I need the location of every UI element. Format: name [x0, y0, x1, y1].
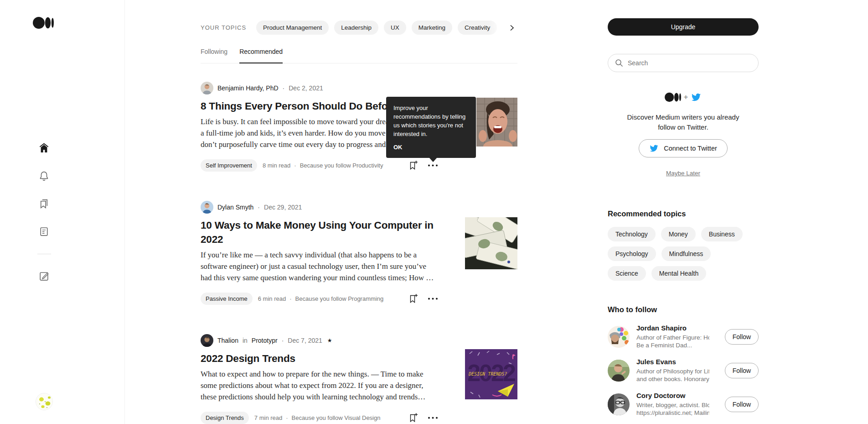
author-date-separator: · — [258, 204, 260, 211]
topics-bar: YOUR TOPICS Product Management Leadershi… — [201, 20, 517, 36]
follow-button-cory-doctorow[interactable]: Follow — [725, 397, 759, 412]
article-1-thumbnail[interactable] — [476, 98, 517, 147]
article-meta: 7 min read · Because you follow Visual D… — [254, 414, 381, 421]
article-2-excerpt[interactable]: If you’re like me — a tech savvy individ… — [201, 249, 470, 283]
stories-icon[interactable] — [38, 226, 50, 238]
article-topic-pill[interactable]: Passive Income — [201, 293, 253, 305]
person-name[interactable]: Jordan Shapiro — [636, 324, 719, 332]
article-2-title[interactable]: 10 Ways to Make Money Using Your Compute… — [201, 218, 470, 246]
bookmark-add-icon[interactable] — [408, 293, 419, 304]
bookmark-add-icon[interactable] — [408, 412, 419, 424]
excerpt-line: If you’re like me — a tech savvy individ… — [201, 249, 470, 261]
excerpt-line: some predictions about what to expect fr… — [201, 380, 470, 391]
user-avatar[interactable] — [36, 393, 53, 410]
recommendation-reason: Because you follow Visual Design — [292, 414, 381, 421]
article-1-author-row[interactable]: Benjamin Hardy, PhD · Dec 2, 2021 — [201, 82, 517, 94]
home-icon[interactable] — [38, 142, 50, 154]
plus-sign: + — [684, 93, 688, 102]
read-time: 8 min read — [263, 162, 290, 169]
bio-line: and other books. Honorary... — [636, 375, 709, 383]
recommendations-tooltip: Improve your recommendations by telling … — [386, 97, 476, 158]
person-bio: Writer, blogger, activist. Blog: https:/… — [636, 401, 719, 417]
rec-topic-mental-health[interactable]: Mental Health — [651, 266, 706, 281]
member-only-star-icon: ★ — [327, 337, 332, 344]
recommended-topics-pills: Technology Money Business Psychology Min… — [608, 227, 744, 281]
article-2-thumbnail[interactable] — [465, 217, 517, 269]
article-date: Dec 2, 2021 — [289, 84, 323, 92]
tab-recommended[interactable]: Recommended — [239, 48, 283, 63]
rec-topic-business[interactable]: Business — [701, 227, 743, 241]
maybe-later-link[interactable]: Maybe Later — [666, 170, 700, 177]
promo-headline: Discover Medium writers you already foll… — [608, 112, 759, 132]
follow-row-jordan-shapiro: Jordan Shapiro Author of Father Figure: … — [608, 324, 759, 349]
main-feed: YOUR TOPICS Product Management Leadershi… — [201, 0, 517, 424]
recommended-topics-section: Recommended topics Technology Money Busi… — [608, 209, 759, 281]
medium-app: YOUR TOPICS Product Management Leadershi… — [0, 0, 868, 424]
article-3-author-row[interactable]: Thalion in Prototypr · Dec 7, 2021 ★ — [201, 334, 517, 347]
search-input[interactable] — [628, 59, 752, 67]
more-options-icon[interactable] — [427, 163, 439, 168]
chevron-right-icon[interactable] — [504, 20, 520, 36]
bookmarks-icon[interactable] — [38, 198, 50, 210]
headline-line: follow on Twitter. — [608, 122, 759, 132]
topics-scroll-fade — [488, 18, 520, 38]
author-avatar — [201, 82, 213, 94]
avatar-jordan-shapiro[interactable] — [608, 326, 630, 348]
article-2-author-row[interactable]: Dylan Smyth · Dec 29, 2021 — [201, 201, 517, 214]
rec-topic-science[interactable]: Science — [608, 266, 646, 281]
article-topic-pill[interactable]: Self Improvement — [201, 159, 257, 172]
topic-pill-product-management[interactable]: Product Management — [256, 21, 329, 35]
person-bio: Author of Father Figure: How to Be a Fem… — [636, 334, 719, 349]
right-sidebar: Upgrade + — [608, 0, 759, 424]
rec-topic-mindfulness[interactable]: Mindfulness — [661, 246, 711, 261]
avatar-cory-doctorow[interactable] — [608, 393, 630, 415]
tab-following[interactable]: Following — [201, 48, 227, 63]
tooltip-ok-button[interactable]: OK — [393, 143, 469, 152]
more-options-icon[interactable] — [427, 416, 439, 420]
topic-pill-leadership[interactable]: Leadership — [334, 21, 378, 35]
write-icon[interactable] — [38, 270, 50, 282]
follow-row-cory-doctorow: Cory Doctorow Writer, blogger, activist.… — [608, 392, 759, 417]
avatar-jules-evans[interactable] — [608, 360, 630, 382]
article-3-excerpt[interactable]: What to expect and how to prepare for th… — [201, 368, 470, 403]
bio-line: Author of Father Figure: How to — [636, 334, 709, 341]
bio-line: Author of Philosophy for Life — [636, 367, 709, 375]
sidebar-divider — [37, 254, 51, 254]
title-line: 10 Ways to Make Money Using Your Compute… — [201, 218, 470, 232]
rec-topic-technology[interactable]: Technology — [608, 227, 656, 241]
excerpt-line: had this very same question wandering yo… — [201, 272, 470, 283]
connect-to-twitter-button[interactable]: Connect to Twitter — [639, 139, 728, 157]
article-3-footer: Design Trends 7 min read · Because you f… — [201, 412, 439, 424]
follow-info: Jordan Shapiro Author of Father Figure: … — [630, 324, 725, 349]
topic-pill-marketing[interactable]: Marketing — [412, 21, 452, 35]
upgrade-button[interactable]: Upgrade — [608, 18, 759, 36]
follow-button-jules-evans[interactable]: Follow — [725, 363, 759, 378]
topic-pill-ux[interactable]: UX — [384, 21, 406, 35]
article-list: Benjamin Hardy, PhD · Dec 2, 2021 8 Thin… — [201, 82, 517, 424]
who-to-follow-list: Jordan Shapiro Author of Father Figure: … — [608, 324, 759, 417]
article-card-2: Dylan Smyth · Dec 29, 2021 10 Ways to Ma… — [201, 201, 517, 305]
notifications-bell-icon[interactable] — [38, 170, 50, 182]
follow-button-jordan-shapiro[interactable]: Follow — [725, 329, 759, 345]
rec-topic-psychology[interactable]: Psychology — [608, 246, 656, 261]
more-options-icon[interactable] — [427, 297, 439, 301]
article-3-thumbnail[interactable]: 2022 DESIGN TRENDS? — [465, 349, 517, 399]
publication-name[interactable]: Prototypr — [252, 337, 278, 344]
tooltip-caret — [429, 157, 437, 162]
who-to-follow-section: Who to follow — [608, 305, 759, 417]
article-topic-pill[interactable]: Design Trends — [201, 412, 249, 424]
author-date-separator: · — [283, 84, 285, 92]
medium-logo[interactable] — [33, 16, 54, 31]
person-name[interactable]: Cory Doctorow — [636, 392, 719, 399]
person-bio: Author of Philosophy for Life and other … — [636, 367, 719, 383]
sidebar-nav — [37, 31, 51, 393]
rec-topic-money[interactable]: Money — [661, 227, 696, 241]
bio-line: Be a Feminist Dad... — [636, 341, 709, 349]
topics-bar-label: YOUR TOPICS — [201, 24, 246, 31]
article-3-title[interactable]: 2022 Design Trends — [201, 351, 470, 366]
read-time: 6 min read — [258, 295, 286, 302]
person-name[interactable]: Jules Evans — [636, 358, 719, 366]
article-meta: 8 min read · Because you follow Producti… — [263, 162, 383, 169]
follow-info: Jules Evans Author of Philosophy for Lif… — [630, 358, 725, 383]
bookmark-add-icon[interactable] — [408, 160, 419, 171]
